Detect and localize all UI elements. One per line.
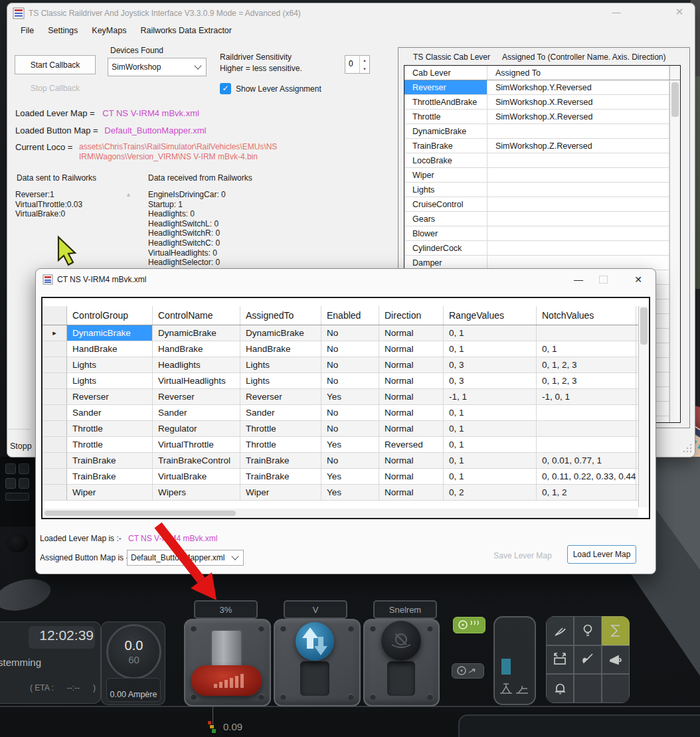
cell[interactable]: Reverser: [240, 389, 321, 404]
row-header[interactable]: [43, 437, 67, 452]
table-row[interactable]: ReverserReverserReverserYesNormal-1, 1-1…: [43, 389, 649, 405]
cell[interactable]: ThrottleAndBrake: [404, 95, 487, 109]
cell[interactable]: Yes: [321, 485, 379, 500]
menu-item-keymaps[interactable]: KeyMaps: [90, 23, 128, 39]
wiper-icon-cell[interactable]: [546, 616, 574, 645]
cell[interactable]: [487, 153, 669, 167]
row-header[interactable]: [43, 421, 67, 436]
dialog-vscrollbar[interactable]: [638, 306, 649, 507]
cell[interactable]: TrainBrakeControl: [153, 453, 240, 468]
bell-icon-cell[interactable]: [546, 674, 574, 703]
table-row[interactable]: TrainBrakeVirtualBrakeTrainBrakeYesNorma…: [43, 469, 649, 485]
brake-heat-button[interactable]: [453, 617, 485, 633]
start-callback-button[interactable]: Start Callback: [15, 55, 96, 74]
cell[interactable]: Normal: [379, 389, 444, 404]
cell[interactable]: [487, 256, 669, 270]
cell[interactable]: 0, 1: [444, 325, 537, 341]
table-row[interactable]: TrainBrakeSimWorkshop.Z.Reversed: [404, 139, 680, 153]
cell[interactable]: TrainBrake: [67, 453, 153, 468]
table-row[interactable]: WiperWipersWiperYesNormal0, 20, 1, 2: [43, 485, 649, 501]
row-header[interactable]: [43, 357, 67, 372]
cab-grid-vscrollbar[interactable]: [669, 81, 680, 422]
cell[interactable]: SimWorkshop.Y.Reversed: [487, 80, 669, 94]
doors-open-icon-cell[interactable]: [546, 645, 574, 675]
dialog-minimize-button[interactable]: —: [567, 272, 590, 287]
row-header[interactable]: [43, 405, 67, 420]
row-header[interactable]: [43, 389, 67, 404]
lightbulb-icon-cell[interactable]: [574, 616, 602, 645]
pantograph-ball[interactable]: [296, 622, 334, 661]
cell[interactable]: [487, 183, 669, 197]
column-header[interactable]: Direction: [379, 306, 444, 325]
cell[interactable]: [487, 124, 669, 138]
cell[interactable]: Normal: [379, 469, 444, 484]
cell[interactable]: Damper: [404, 256, 487, 270]
cell[interactable]: Lights: [240, 357, 321, 372]
cell[interactable]: HandBrake: [240, 341, 321, 357]
cell[interactable]: 0, 1, 2: [537, 485, 636, 500]
cell[interactable]: 0, 1, 2, 3: [537, 357, 636, 372]
stop-callback-button[interactable]: Stop Callback: [15, 78, 96, 98]
dialog-maximize-button[interactable]: [599, 276, 608, 284]
menu-item-file[interactable]: File: [19, 23, 35, 39]
cell[interactable]: Reverser: [404, 80, 487, 94]
cell[interactable]: SimWorkshop.X.Reversed: [487, 95, 669, 109]
row-header[interactable]: [43, 373, 67, 388]
cell[interactable]: Headlights: [153, 357, 240, 372]
cell[interactable]: [537, 405, 636, 420]
cell[interactable]: Yes: [321, 437, 379, 452]
cell[interactable]: [537, 437, 636, 452]
cell[interactable]: SimWorkshop.Z.Reversed: [487, 139, 669, 153]
cell[interactable]: Wiper: [404, 168, 487, 182]
cell[interactable]: Lights: [404, 183, 487, 197]
cell[interactable]: Normal: [379, 485, 444, 500]
table-row[interactable]: ThrottleVirtualThrottleThrottleYesRevers…: [43, 437, 649, 453]
cell[interactable]: No: [321, 341, 379, 357]
table-row[interactable]: DynamicBrake: [404, 124, 680, 139]
cell[interactable]: Lights: [67, 357, 153, 372]
sensitivity-spinner[interactable]: 0 ▲▼: [345, 55, 370, 74]
cell[interactable]: Normal: [379, 405, 444, 420]
column-header[interactable]: ControlGroup: [67, 306, 153, 325]
cell[interactable]: Blower: [404, 226, 487, 240]
pantograph-status-panel[interactable]: [493, 616, 536, 705]
cell[interactable]: Reverser: [153, 389, 240, 404]
cell[interactable]: TrainBrake: [240, 453, 321, 468]
table-row[interactable]: TrainBrakeTrainBrakeControlTrainBrakeNoN…: [43, 453, 649, 469]
table-row[interactable]: ThrottleRegulatorThrottleNoNormal0, 1: [43, 421, 649, 437]
table-row[interactable]: ReverserSimWorkshop.Y.Reversed: [404, 80, 680, 95]
cell[interactable]: Yes: [321, 469, 379, 484]
cell[interactable]: Wiper: [67, 485, 153, 500]
cell[interactable]: DynamicBrake: [67, 325, 153, 341]
shovel-icon-cell[interactable]: [574, 645, 602, 675]
cell[interactable]: TrainBrake: [404, 139, 487, 153]
cell[interactable]: Sander: [240, 405, 321, 420]
table-row[interactable]: Lights: [404, 183, 680, 197]
cell[interactable]: Throttle: [240, 437, 321, 452]
load-lever-map-button[interactable]: Load Lever Map: [567, 545, 636, 564]
column-header[interactable]: NotchValues: [537, 306, 636, 325]
throttle-red-handle[interactable]: [191, 665, 262, 696]
cell[interactable]: Wipers: [153, 485, 240, 500]
cell[interactable]: No: [321, 373, 379, 388]
column-header[interactable]: Cab Lever: [404, 66, 487, 80]
cell[interactable]: Throttle: [240, 421, 321, 436]
cell[interactable]: Throttle: [67, 437, 153, 452]
cell[interactable]: DynamicBrake: [240, 325, 321, 341]
cell[interactable]: TrainBrake: [240, 469, 321, 484]
menu-item-settings[interactable]: Settings: [46, 23, 79, 39]
column-header[interactable]: Assigned To: [487, 66, 669, 80]
table-row[interactable]: CruiseControl: [404, 197, 680, 212]
cell[interactable]: Lights: [67, 373, 153, 388]
table-row[interactable]: SanderSanderSanderNoNormal0, 1: [43, 405, 649, 421]
cell[interactable]: Normal: [379, 357, 444, 372]
cell[interactable]: 0, 1, 2, 3: [537, 373, 636, 388]
cell[interactable]: Normal: [379, 421, 444, 436]
cell[interactable]: VirtualHeadlights: [153, 373, 240, 388]
row-header[interactable]: [43, 469, 67, 484]
row-header[interactable]: ▸: [43, 325, 67, 341]
cell[interactable]: [487, 197, 669, 211]
cell[interactable]: No: [321, 453, 379, 468]
menu-item-railworks-data-extractor[interactable]: Railworks Data Extractor: [139, 23, 233, 39]
cell[interactable]: -1, 0, 1: [537, 389, 636, 404]
